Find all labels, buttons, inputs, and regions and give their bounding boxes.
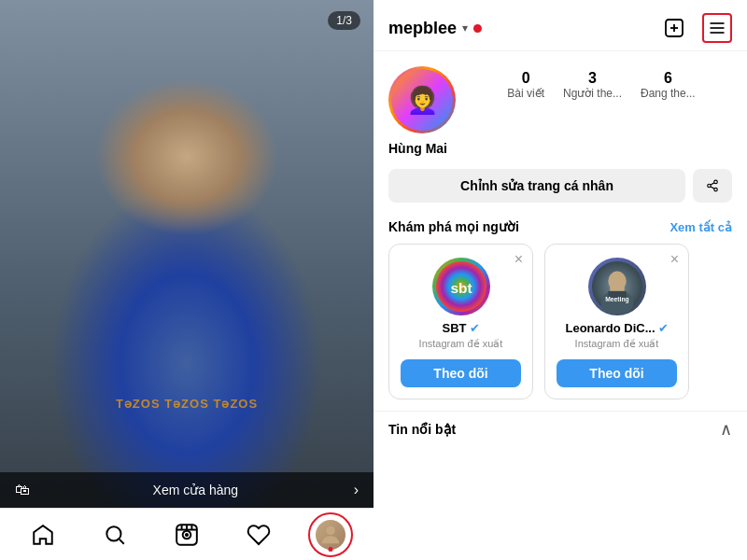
close-sbt-button[interactable]: ×: [514, 252, 523, 267]
online-status-dot: [473, 24, 482, 33]
svg-point-16: [714, 180, 718, 184]
svg-point-0: [107, 526, 121, 540]
following-count: 6: [664, 70, 672, 87]
new-post-button[interactable]: [659, 13, 689, 43]
full-name: Hùng Mai: [374, 141, 747, 163]
see-all-link[interactable]: Xem tất cả: [669, 220, 732, 234]
shop-banner-text: Xem cửa hàng: [153, 483, 239, 497]
nav-search[interactable]: [92, 512, 137, 557]
leo-name-row: Leonardo DiC... ✔: [565, 321, 668, 335]
profile-header: mepblee ▾: [374, 0, 747, 51]
leo-verified-icon: ✔: [658, 321, 669, 335]
header-icons: [659, 13, 732, 43]
menu-button[interactable]: [702, 13, 732, 43]
tin-title: Tin nổi bật: [388, 422, 456, 437]
follow-leo-button[interactable]: Theo dõi: [557, 359, 677, 387]
discover-header: Khám phá mọi người Xem tất cả: [374, 212, 747, 244]
shop-bag-icon: 🛍: [15, 482, 30, 498]
close-leo-button[interactable]: ×: [670, 252, 679, 267]
pagination-badge: 1/3: [328, 11, 360, 30]
following-stat[interactable]: 6 Đang the...: [641, 70, 696, 100]
posts-count: 0: [522, 70, 530, 87]
nav-reels[interactable]: [164, 512, 209, 557]
shop-arrow-icon: ›: [354, 482, 359, 498]
chevron-down-icon[interactable]: ▾: [462, 21, 468, 35]
edit-row: Chỉnh sửa trang cá nhân: [374, 163, 747, 212]
suggestion-card-sbt: × sbt SBT: [388, 244, 533, 399]
leo-avatar: Meeting: [588, 258, 646, 315]
posts-stat: 0 Bài viết: [507, 70, 544, 100]
sbt-verified-icon: ✔: [470, 321, 480, 335]
chevron-up-icon[interactable]: ∧: [720, 419, 732, 440]
username-row: mepblee ▾: [388, 19, 482, 38]
svg-text:Meeting: Meeting: [605, 296, 629, 303]
bottom-nav: [0, 508, 374, 560]
svg-point-4: [186, 533, 188, 535]
stats-row: 0 Bài viết 3 Người the... 6 Đang the...: [471, 66, 732, 100]
svg-line-19: [711, 187, 714, 189]
nav-profile[interactable]: [308, 512, 353, 557]
nav-heart[interactable]: [236, 512, 281, 557]
profile-avatar[interactable]: 👩‍🦱: [388, 66, 456, 133]
svg-point-17: [708, 184, 712, 188]
profile-panel: mepblee ▾ 👩‍🦱: [374, 0, 747, 560]
avatar-image: 👩‍🦱: [391, 69, 453, 131]
svg-line-20: [711, 183, 714, 185]
followers-stat[interactable]: 3 Người the...: [563, 70, 622, 100]
follow-sbt-button[interactable]: Theo dõi: [401, 359, 521, 387]
nav-avatar: [316, 520, 345, 550]
svg-text:sbt: sbt: [450, 280, 472, 296]
suggestion-card-leo: × Meeting: [544, 244, 689, 399]
following-label: Đang the...: [641, 87, 696, 100]
discover-title: Khám phá mọi người: [388, 219, 519, 234]
share-profile-button[interactable]: [693, 169, 732, 203]
svg-line-1: [120, 539, 124, 543]
svg-point-18: [714, 188, 718, 191]
profile-info: 👩‍🦱 0 Bài viết 3 Người the... 6 Đang the…: [374, 51, 747, 141]
leo-sub: Instagram đề xuất: [575, 338, 659, 350]
shop-banner[interactable]: 🛍 Xem cửa hàng ›: [0, 472, 374, 508]
suggestions-row: × sbt SBT: [374, 244, 747, 411]
sbt-name: SBT: [443, 321, 467, 335]
username: mepblee: [388, 19, 457, 38]
edit-profile-button[interactable]: Chỉnh sửa trang cá nhân: [388, 169, 685, 203]
nav-dot: [328, 547, 332, 552]
svg-point-9: [326, 525, 334, 534]
nav-home[interactable]: [21, 512, 65, 557]
tin-section: Tin nổi bật ∧: [374, 411, 747, 447]
jersey-text: TəZOS TəZOS TəZOS: [116, 397, 258, 411]
post-panel: TəZOS TəZOS TəZOS 1/3 🛍 Xem cửa hàng ›: [0, 0, 374, 560]
followers-label: Người the...: [563, 87, 622, 100]
sbt-sub: Instagram đề xuất: [419, 338, 503, 350]
sbt-name-row: SBT ✔: [443, 321, 480, 335]
posts-label: Bài viết: [507, 87, 544, 100]
followers-count: 3: [588, 70, 597, 87]
leo-name: Leonardo DiC...: [565, 321, 655, 335]
sbt-avatar: sbt: [432, 258, 490, 315]
